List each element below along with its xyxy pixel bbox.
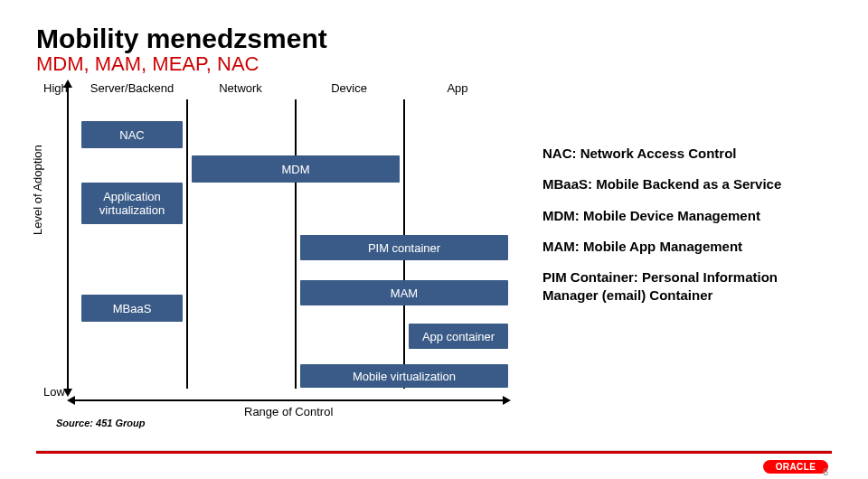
x-arrow-right-icon <box>503 396 511 405</box>
box-mdm: MDM <box>192 155 400 183</box>
y-axis <box>67 87 69 394</box>
legend-mbaas: MBaaS: Mobile Backend as a Service <box>542 175 832 193</box>
box-pim: PIM container <box>300 235 508 260</box>
footer-divider <box>36 451 832 454</box>
x-axis <box>72 399 506 401</box>
box-mobvirt: Mobile virtualization <box>300 364 508 388</box>
slide-subtitle: MDM, MAM, MEAP, NAC <box>36 52 832 76</box>
slide-title: Mobility menedzsment <box>36 23 832 54</box>
box-appvirt: Application virtualization <box>81 183 183 224</box>
plot-area: Server/Backend Network Device App NAC Ap… <box>78 99 512 389</box>
box-mam: MAM <box>300 280 508 305</box>
legend-mam: MAM: Mobile App Management <box>542 238 832 256</box>
legend: NAC: Network Access Control MBaaS: Mobil… <box>542 81 832 425</box>
col-header: Server/Backend <box>78 81 186 95</box>
x-axis-label: Range of Control <box>244 405 333 418</box>
y-axis-label: Level of Adoption <box>31 145 44 235</box>
col-header: Network <box>186 81 295 95</box>
oracle-logo: ORACLE <box>763 460 828 474</box>
col-header: App <box>403 81 512 95</box>
legend-mdm: MDM: Mobile Device Management <box>542 207 832 225</box>
col-sep <box>186 99 188 389</box>
col-sep <box>295 99 297 389</box>
oracle-logo-text: ORACLE <box>763 460 828 474</box>
page-number: 6 <box>823 466 828 477</box>
box-mbaas: MBaaS <box>81 295 183 322</box>
col-header: Device <box>295 81 403 95</box>
y-bottom-label: Low <box>43 385 65 399</box>
legend-nac: NAC: Network Access Control <box>542 145 832 163</box>
legend-pim: PIM Container: Personal Information Mana… <box>542 268 832 305</box>
source-citation: Source: 451 Group <box>56 418 145 428</box>
box-appcnt: App container <box>409 324 508 349</box>
chart: High Low Level of Adoption Range of Cont… <box>36 81 524 425</box>
box-nac: NAC <box>81 121 183 148</box>
